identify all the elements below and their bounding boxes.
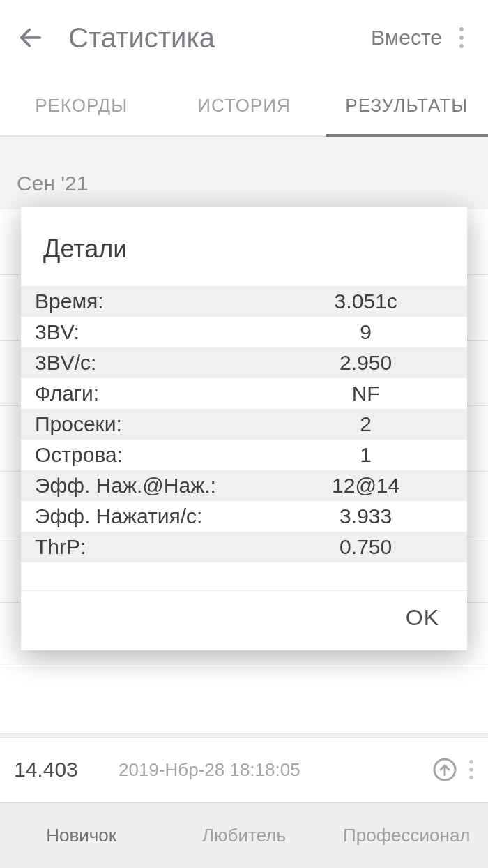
tab-results[interactable]: РЕЗУЛЬТАТЫ [326, 75, 488, 135]
more-vertical-icon [459, 27, 464, 49]
tabs-top: РЕКОРДЫ ИСТОРИЯ РЕЗУЛЬТАТЫ [0, 75, 488, 137]
dialog-title: Детали [21, 207, 467, 286]
arrow-left-icon [17, 24, 45, 52]
row-key: Острова: [35, 443, 288, 467]
table-row: Эфф. Нажатия/с:3.933 [21, 501, 467, 532]
app-header: Статистика Вместе [0, 0, 488, 75]
svg-point-8 [469, 776, 473, 780]
list-item[interactable] [0, 668, 488, 734]
row-key: Время: [35, 290, 288, 313]
result-date: 2019-Нбр-28 18:18:05 [112, 759, 421, 781]
tab-expert[interactable]: Профессионал [326, 803, 488, 868]
row-value: 0.750 [288, 535, 443, 559]
row-value: 2 [288, 412, 443, 436]
row-key: Эфф. Наж.@Наж.: [35, 474, 288, 497]
table-row: 3BV/с:2.950 [21, 347, 467, 378]
row-value: 1 [288, 443, 443, 467]
tab-intermediate[interactable]: Любитель [162, 803, 325, 868]
details-dialog: Детали Время:3.051с 3BV:9 3BV/с:2.950 Фл… [21, 207, 467, 650]
page-title: Статистика [47, 22, 364, 54]
row-value: 9 [288, 320, 443, 344]
row-value: 12@14 [288, 474, 443, 497]
row-key: 3BV/с: [35, 351, 288, 375]
row-key: ThrP: [35, 535, 288, 559]
svg-point-7 [469, 768, 473, 772]
row-key: 3BV: [35, 320, 288, 344]
row-value: 3.051с [288, 290, 443, 313]
result-time: 14.403 [14, 758, 112, 781]
tab-beginner[interactable]: Новичок [0, 803, 162, 868]
row-key: Эфф. Нажатия/с: [35, 504, 288, 528]
upload-icon[interactable] [421, 757, 468, 782]
row-value: NF [288, 382, 443, 405]
row-overflow-button[interactable] [468, 759, 474, 780]
details-table: Время:3.051с 3BV:9 3BV/с:2.950 Флаги:NF … [21, 286, 467, 562]
svg-point-3 [459, 44, 464, 48]
tabs-bottom: Новичок Любитель Профессионал [0, 802, 488, 868]
row-key: Флаги: [35, 382, 288, 405]
back-button[interactable] [14, 21, 47, 54]
list-item[interactable]: 14.403 2019-Нбр-28 18:18:05 [0, 737, 488, 802]
svg-point-1 [459, 27, 464, 31]
table-row: ThrP:0.750 [21, 532, 467, 562]
table-row: Эфф. Наж.@Наж.:12@14 [21, 470, 467, 501]
table-row: Острова:1 [21, 440, 467, 470]
row-value: 3.933 [288, 504, 443, 528]
overflow-menu-button[interactable] [449, 27, 474, 49]
ok-button[interactable]: OK [406, 605, 439, 631]
svg-point-6 [469, 760, 473, 764]
tab-history[interactable]: ИСТОРИЯ [162, 75, 325, 135]
table-row: Флаги:NF [21, 378, 467, 409]
dialog-actions: OK [21, 590, 467, 650]
tab-records[interactable]: РЕКОРДЫ [0, 75, 162, 135]
month-label: Сен '21 [0, 137, 488, 209]
table-row: Время:3.051с [21, 286, 467, 317]
row-value: 2.950 [288, 351, 443, 375]
table-row: 3BV:9 [21, 317, 467, 347]
table-row: Просеки:2 [21, 409, 467, 440]
row-key: Просеки: [35, 412, 288, 436]
view-mode-button[interactable]: Вместе [364, 26, 449, 50]
svg-point-2 [459, 36, 464, 40]
